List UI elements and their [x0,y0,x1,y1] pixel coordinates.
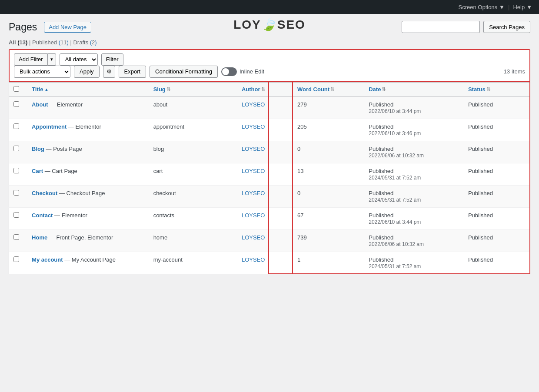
slug-cell: checkout [149,185,237,207]
page-title-link[interactable]: Home [32,234,47,241]
page-header: Pages Add New Page LOY🍃SEO Search Pages [9,21,530,34]
row-checkbox[interactable] [13,168,19,173]
slug-sort-icon: ⇅ [166,86,170,92]
page-title-link[interactable]: Checkout [32,190,57,196]
row-checkbox[interactable] [13,123,19,129]
apply-button[interactable]: Apply [74,66,100,78]
dates-select[interactable]: All dates [60,53,98,66]
filter-all-link[interactable]: All (13) [9,39,29,46]
table-body: About — Elementor about LOYSEO 279 Publi… [9,96,530,274]
row-checkbox[interactable] [13,190,19,196]
row-checkbox[interactable] [13,256,19,262]
date-column-header[interactable]: Date ⇅ [364,82,464,96]
wordcount-cell: 739 [293,229,364,252]
date-cell: Published 2022/06/06 at 10:32 am [364,229,464,252]
author-link[interactable]: LOYSEO [242,190,265,196]
slug-column-label: Slug [153,86,166,93]
date-status: Published [369,234,393,241]
wordcount-column-header[interactable]: Word Count ⇅ [293,82,364,96]
author-link[interactable]: LOYSEO [242,168,265,174]
page-title-link[interactable]: My account [32,256,63,263]
gear-button[interactable]: ⚙ [103,66,115,78]
date-sub: 2024/05/31 at 7:52 am [369,175,421,181]
date-status: Published [369,190,393,196]
title-suffix: — Elementor [68,123,101,130]
status-cell: Published [464,141,530,163]
slug-column-header[interactable]: Slug ⇅ [149,82,237,96]
wordcount-sort-link[interactable]: Word Count ⇅ [297,86,360,93]
row-checkbox[interactable] [13,234,19,240]
row-checkbox[interactable] [13,101,19,107]
title-suffix: — Cart Page [45,168,77,174]
table-row: Appointment — Elementor appointment LOYS… [9,119,530,141]
author-link[interactable]: LOYSEO [242,234,265,241]
title-column-header[interactable]: Title ▲ [27,82,149,96]
table-wrapper: Title ▲ Slug ⇅ Author ⇅ [9,82,530,274]
status-value: Published [468,234,493,241]
wordcount-value: 67 [297,212,303,219]
inline-edit-switch[interactable] [221,67,237,76]
bulk-actions-select[interactable]: Bulk actions [14,66,70,78]
status-sort-link[interactable]: Status ⇅ [468,86,526,93]
page-title-link[interactable]: About [32,101,48,108]
help-label: Help [513,4,525,10]
title-sort-link[interactable]: Title ▲ [32,86,145,93]
add-new-page-button[interactable]: Add New Page [44,22,91,33]
author-link[interactable]: LOYSEO [242,256,265,263]
status-value: Published [468,256,493,263]
row-checkbox[interactable] [13,212,19,218]
slug-cell: appointment [149,119,237,141]
date-status: Published [369,101,393,108]
author-link[interactable]: LOYSEO [242,212,265,219]
status-cell: Published [464,185,530,207]
logo-leaf-icon: 🍃 [261,18,277,31]
author-column-header[interactable]: Author ⇅ [237,82,293,96]
date-sort-link[interactable]: Date ⇅ [369,86,459,93]
slug-cell: home [149,229,237,252]
author-link[interactable]: LOYSEO [242,123,265,130]
add-filter-button[interactable]: Add Filter [14,53,48,66]
author-link[interactable]: LOYSEO [242,101,265,108]
author-sort-link[interactable]: Author ⇅ [242,86,288,93]
date-sub: 2022/06/06 at 10:32 am [369,153,424,159]
title-suffix: — Elementor [50,101,83,108]
status-value: Published [468,190,493,196]
page-title-link[interactable]: Blog [32,146,44,152]
table-row: Checkout — Checkout Page checkout LOYSEO… [9,185,530,207]
export-button[interactable]: Export [119,66,146,78]
page-title-link[interactable]: Appointment [32,123,67,130]
search-pages-input[interactable] [402,21,480,33]
status-column-label: Status [468,86,486,93]
author-cell: LOYSEO [237,185,293,207]
page-title: Pages [9,21,37,34]
title-cell: Blog — Posts Page [27,141,149,163]
filter-button[interactable]: Filter [101,53,123,66]
conditional-formatting-button[interactable]: Conditional Formatting [150,66,218,78]
wordcount-cell: 205 [293,119,364,141]
status-column-header[interactable]: Status ⇅ [464,82,530,96]
title-suffix: — Front Page, Elementor [49,234,113,241]
title-cell: Checkout — Checkout Page [27,185,149,207]
date-status: Published [369,168,393,174]
status-cell: Published [464,207,530,229]
search-pages-button[interactable]: Search Pages [483,21,530,33]
status-value: Published [468,123,493,130]
author-link[interactable]: LOYSEO [242,146,265,152]
add-filter-dropdown-button[interactable]: ▾ [48,53,56,66]
wordcount-value: 279 [297,101,307,108]
page-title-link[interactable]: Cart [32,168,43,174]
filter-published-link[interactable]: Published (11) [32,39,70,46]
slug-value: about [153,101,168,108]
status-value: Published [468,101,493,108]
title-cell: About — Elementor [27,96,149,119]
status-sort-icon: ⇅ [486,86,490,92]
help-button[interactable]: Help ▼ [513,4,532,10]
wordcount-cell: 279 [293,96,364,119]
select-all-checkbox[interactable] [13,86,19,92]
row-checkbox[interactable] [13,146,19,151]
filter-drafts-link[interactable]: Drafts (2) [73,39,96,46]
screen-options-button[interactable]: Screen Options ▼ [459,4,505,10]
date-cell: Published 2022/06/06 at 10:32 am [364,141,464,163]
slug-sort-link[interactable]: Slug ⇅ [153,86,233,93]
page-title-link[interactable]: Contact [32,212,53,219]
